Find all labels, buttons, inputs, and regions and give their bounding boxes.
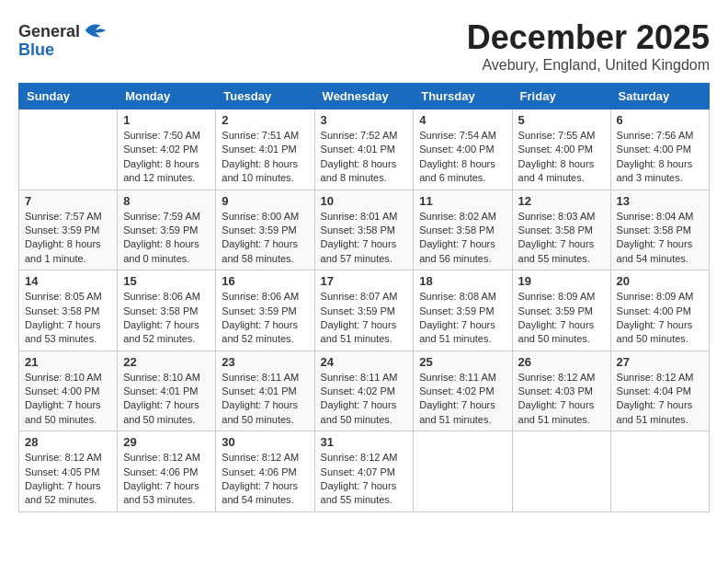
calendar-day-4: 4Sunrise: 7:54 AM Sunset: 4:00 PM Daylig… xyxy=(414,109,512,190)
day-info: Sunrise: 8:08 AM Sunset: 3:59 PM Dayligh… xyxy=(419,290,506,347)
weekday-header-saturday: Saturday xyxy=(610,84,709,109)
day-info: Sunrise: 8:12 AM Sunset: 4:05 PM Dayligh… xyxy=(25,451,111,508)
title-section: December 2025 Avebury, England, United K… xyxy=(467,18,710,74)
calendar-day-23: 23Sunrise: 8:11 AM Sunset: 4:01 PM Dayli… xyxy=(216,350,314,431)
day-number: 22 xyxy=(123,355,210,369)
calendar-day-19: 19Sunrise: 8:09 AM Sunset: 3:59 PM Dayli… xyxy=(512,270,610,351)
calendar-day-11: 11Sunrise: 8:02 AM Sunset: 3:58 PM Dayli… xyxy=(414,190,512,270)
weekday-header-tuesday: Tuesday xyxy=(216,84,314,109)
day-info: Sunrise: 8:02 AM Sunset: 3:58 PM Dayligh… xyxy=(419,210,506,267)
day-number: 9 xyxy=(222,194,308,208)
day-info: Sunrise: 8:10 AM Sunset: 4:00 PM Dayligh… xyxy=(25,371,111,428)
calendar-day-16: 16Sunrise: 8:06 AM Sunset: 3:59 PM Dayli… xyxy=(216,270,314,351)
day-info: Sunrise: 8:12 AM Sunset: 4:06 PM Dayligh… xyxy=(123,451,210,508)
calendar-day-9: 9Sunrise: 8:00 AM Sunset: 3:59 PM Daylig… xyxy=(216,190,314,270)
calendar-day-12: 12Sunrise: 8:03 AM Sunset: 3:58 PM Dayli… xyxy=(512,190,610,270)
day-number: 10 xyxy=(321,194,408,208)
day-number: 24 xyxy=(321,355,408,369)
weekday-header-monday: Monday xyxy=(118,84,216,109)
calendar-day-1: 1Sunrise: 7:50 AM Sunset: 4:02 PM Daylig… xyxy=(118,109,216,190)
day-info: Sunrise: 8:11 AM Sunset: 4:02 PM Dayligh… xyxy=(321,371,408,428)
day-number: 27 xyxy=(617,355,703,369)
day-info: Sunrise: 8:12 AM Sunset: 4:04 PM Dayligh… xyxy=(617,371,703,428)
day-info: Sunrise: 7:50 AM Sunset: 4:02 PM Dayligh… xyxy=(123,129,210,186)
day-number: 7 xyxy=(25,194,111,208)
calendar-day-3: 3Sunrise: 7:52 AM Sunset: 4:01 PM Daylig… xyxy=(314,109,414,190)
day-info: Sunrise: 7:51 AM Sunset: 4:01 PM Dayligh… xyxy=(222,129,308,186)
calendar-day-28: 28Sunrise: 8:12 AM Sunset: 4:05 PM Dayli… xyxy=(19,431,118,512)
day-number: 20 xyxy=(617,274,703,288)
weekday-header-thursday: Thursday xyxy=(414,84,512,109)
month-title: December 2025 xyxy=(467,18,710,57)
calendar-day-22: 22Sunrise: 8:10 AM Sunset: 4:01 PM Dayli… xyxy=(118,350,216,431)
day-number: 23 xyxy=(222,355,308,369)
day-number: 16 xyxy=(222,274,308,288)
calendar-day-25: 25Sunrise: 8:11 AM Sunset: 4:02 PM Dayli… xyxy=(414,350,512,431)
day-number: 3 xyxy=(321,113,408,127)
day-info: Sunrise: 8:12 AM Sunset: 4:03 PM Dayligh… xyxy=(518,371,605,428)
day-info: Sunrise: 8:06 AM Sunset: 3:58 PM Dayligh… xyxy=(123,290,210,347)
calendar-day-5: 5Sunrise: 7:55 AM Sunset: 4:00 PM Daylig… xyxy=(512,109,610,190)
day-info: Sunrise: 8:05 AM Sunset: 3:58 PM Dayligh… xyxy=(25,290,111,347)
calendar-week-row: 28Sunrise: 8:12 AM Sunset: 4:05 PM Dayli… xyxy=(19,431,710,512)
day-info: Sunrise: 8:09 AM Sunset: 3:59 PM Dayligh… xyxy=(518,290,605,347)
day-number: 5 xyxy=(518,113,605,127)
day-info: Sunrise: 8:12 AM Sunset: 4:07 PM Dayligh… xyxy=(321,451,408,508)
day-number: 8 xyxy=(123,194,210,208)
calendar-day-26: 26Sunrise: 8:12 AM Sunset: 4:03 PM Dayli… xyxy=(512,350,610,431)
day-number: 6 xyxy=(617,113,703,127)
day-number: 2 xyxy=(222,113,308,127)
day-number: 30 xyxy=(222,435,308,449)
empty-cell xyxy=(19,109,118,190)
day-number: 29 xyxy=(123,435,210,449)
day-info: Sunrise: 7:54 AM Sunset: 4:00 PM Dayligh… xyxy=(419,129,506,186)
day-info: Sunrise: 7:57 AM Sunset: 3:59 PM Dayligh… xyxy=(25,210,111,267)
calendar-day-7: 7Sunrise: 7:57 AM Sunset: 3:59 PM Daylig… xyxy=(19,190,118,270)
calendar-day-27: 27Sunrise: 8:12 AM Sunset: 4:04 PM Dayli… xyxy=(610,350,709,431)
calendar-day-31: 31Sunrise: 8:12 AM Sunset: 4:07 PM Dayli… xyxy=(314,431,414,512)
calendar-day-30: 30Sunrise: 8:12 AM Sunset: 4:06 PM Dayli… xyxy=(216,431,314,512)
calendar-day-20: 20Sunrise: 8:09 AM Sunset: 4:00 PM Dayli… xyxy=(610,270,709,351)
day-number: 25 xyxy=(419,355,506,369)
calendar-week-row: 14Sunrise: 8:05 AM Sunset: 3:58 PM Dayli… xyxy=(19,270,710,351)
day-info: Sunrise: 7:52 AM Sunset: 4:01 PM Dayligh… xyxy=(321,129,408,186)
day-info: Sunrise: 7:55 AM Sunset: 4:00 PM Dayligh… xyxy=(518,129,605,186)
calendar-day-24: 24Sunrise: 8:11 AM Sunset: 4:02 PM Dayli… xyxy=(314,350,414,431)
day-number: 26 xyxy=(518,355,605,369)
calendar-week-row: 7Sunrise: 7:57 AM Sunset: 3:59 PM Daylig… xyxy=(19,190,710,270)
day-info: Sunrise: 8:09 AM Sunset: 4:00 PM Dayligh… xyxy=(617,290,703,347)
day-number: 17 xyxy=(321,274,408,288)
calendar-week-row: 21Sunrise: 8:10 AM Sunset: 4:00 PM Dayli… xyxy=(19,350,710,431)
page-header: General Blue December 2025 Avebury, Engl… xyxy=(18,18,710,74)
calendar-day-14: 14Sunrise: 8:05 AM Sunset: 3:58 PM Dayli… xyxy=(19,270,118,351)
logo-general-text: General xyxy=(18,22,80,41)
empty-cell xyxy=(512,431,610,512)
day-info: Sunrise: 7:56 AM Sunset: 4:00 PM Dayligh… xyxy=(617,129,703,186)
day-info: Sunrise: 8:06 AM Sunset: 3:59 PM Dayligh… xyxy=(222,290,308,347)
calendar-header-row: SundayMondayTuesdayWednesdayThursdayFrid… xyxy=(19,84,710,109)
calendar-table: SundayMondayTuesdayWednesdayThursdayFrid… xyxy=(18,83,710,512)
day-number: 21 xyxy=(25,355,111,369)
calendar-day-10: 10Sunrise: 8:01 AM Sunset: 3:58 PM Dayli… xyxy=(314,190,414,270)
day-number: 13 xyxy=(617,194,703,208)
logo-bird-icon xyxy=(82,18,108,44)
day-number: 11 xyxy=(419,194,506,208)
day-info: Sunrise: 8:11 AM Sunset: 4:02 PM Dayligh… xyxy=(419,371,506,428)
day-number: 19 xyxy=(518,274,605,288)
calendar-week-row: 1Sunrise: 7:50 AM Sunset: 4:02 PM Daylig… xyxy=(19,109,710,190)
day-number: 28 xyxy=(25,435,111,449)
weekday-header-wednesday: Wednesday xyxy=(314,84,414,109)
calendar-day-13: 13Sunrise: 8:04 AM Sunset: 3:58 PM Dayli… xyxy=(610,190,709,270)
day-number: 1 xyxy=(123,113,210,127)
day-info: Sunrise: 8:01 AM Sunset: 3:58 PM Dayligh… xyxy=(321,210,408,267)
day-info: Sunrise: 8:11 AM Sunset: 4:01 PM Dayligh… xyxy=(222,371,308,428)
day-number: 14 xyxy=(25,274,111,288)
day-info: Sunrise: 8:12 AM Sunset: 4:06 PM Dayligh… xyxy=(222,451,308,508)
location-title: Avebury, England, United Kingdom xyxy=(467,57,710,74)
calendar-day-18: 18Sunrise: 8:08 AM Sunset: 3:59 PM Dayli… xyxy=(414,270,512,351)
weekday-header-friday: Friday xyxy=(512,84,610,109)
calendar-day-8: 8Sunrise: 7:59 AM Sunset: 3:59 PM Daylig… xyxy=(118,190,216,270)
empty-cell xyxy=(414,431,512,512)
calendar-day-15: 15Sunrise: 8:06 AM Sunset: 3:58 PM Dayli… xyxy=(118,270,216,351)
calendar-day-6: 6Sunrise: 7:56 AM Sunset: 4:00 PM Daylig… xyxy=(610,109,709,190)
